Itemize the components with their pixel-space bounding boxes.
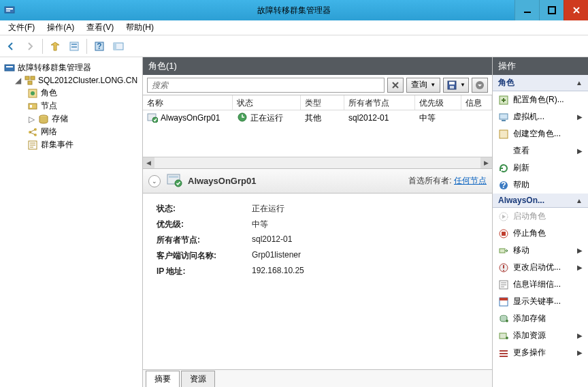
help-icon: ? <box>498 180 509 191</box>
col-priority[interactable]: 优先级 <box>415 95 461 110</box>
scroll-left-icon[interactable]: ◀ <box>143 157 154 169</box>
col-status[interactable]: 状态 <box>233 95 301 110</box>
center-panel: 角色(1) 查询▼ ▼ 名称 状态 类型 所有者节点 优先级 信息 Always… <box>143 57 493 387</box>
query-button[interactable]: 查询▼ <box>406 78 440 93</box>
tree-storage-label: 存储 <box>52 113 68 125</box>
menu-file[interactable]: 文件(F) <box>4 20 39 35</box>
collapse-icon[interactable]: ▲ <box>576 197 583 204</box>
role-icon <box>166 172 182 190</box>
svg-rect-1 <box>6 8 13 10</box>
critical-icon <box>498 296 509 307</box>
expand-icon[interactable]: ▷ <box>27 114 35 124</box>
row-status: 正在运行 <box>250 112 283 124</box>
storage-icon <box>38 114 49 125</box>
svg-text:?: ? <box>501 181 506 190</box>
more-icon <box>498 347 509 358</box>
tree-network-label: 网络 <box>41 126 57 138</box>
row-owner: sql2012-01 <box>348 113 389 123</box>
svg-rect-2 <box>6 10 10 12</box>
chevron-right-icon: ▶ <box>577 113 583 121</box>
svg-rect-27 <box>449 82 455 84</box>
svg-rect-37 <box>500 114 508 119</box>
tree-nodes[interactable]: 节点 <box>3 99 140 112</box>
action-configure-role[interactable]: 配置角色(R)... <box>493 91 588 108</box>
save-button[interactable]: ▼ <box>443 78 469 93</box>
tree-network[interactable]: 网络 <box>3 125 140 138</box>
svg-rect-15 <box>31 76 35 80</box>
row-type: 其他 <box>305 112 321 124</box>
action-show-critical[interactable]: 显示关键事... <box>493 293 588 310</box>
start-icon <box>498 211 509 222</box>
action-detail-info[interactable]: 信息详细信... <box>493 276 588 293</box>
tree-cluster[interactable]: ◢ SQL2012Cluster.LONG.CN <box>3 74 140 87</box>
tree-events[interactable]: 群集事件 <box>3 138 140 151</box>
search-input[interactable] <box>147 78 385 93</box>
svg-rect-50 <box>500 298 508 300</box>
col-info[interactable]: 信息 <box>461 95 492 110</box>
table-header: 名称 状态 类型 所有者节点 优先级 信息 <box>143 95 492 110</box>
help-toolbar-button[interactable]: ? <box>91 38 108 55</box>
scroll-right-icon[interactable]: ▶ <box>480 157 492 169</box>
action-vm[interactable]: 虚拟机...▶ <box>493 108 588 125</box>
action-move[interactable]: 移动▶ <box>493 242 588 259</box>
action-start-role[interactable]: 启动角色 <box>493 208 588 225</box>
action-help[interactable]: ?帮助 <box>493 176 588 194</box>
list-options-button[interactable] <box>472 78 488 93</box>
action-create-empty-role[interactable]: 创建空角色... <box>493 125 588 142</box>
action-refresh[interactable]: 刷新 <box>493 159 588 176</box>
menu-view[interactable]: 查看(V) <box>82 20 118 35</box>
collapse-detail-button[interactable]: ⌄ <box>148 175 161 187</box>
tab-resource[interactable]: 资源 <box>181 371 215 387</box>
col-type[interactable]: 类型 <box>301 95 344 110</box>
titlebar: 故障转移群集管理器 <box>0 0 588 20</box>
properties-button[interactable] <box>66 38 82 55</box>
close-button[interactable] <box>564 0 588 20</box>
collapse-icon[interactable]: ◢ <box>14 76 22 85</box>
collapse-icon[interactable]: ▲ <box>576 79 583 87</box>
tree-storage[interactable]: ▷ 存储 <box>3 112 140 125</box>
vm-icon <box>498 112 509 123</box>
priority-icon <box>498 262 509 273</box>
back-button[interactable] <box>3 38 19 55</box>
row-name: AlwaysOnGrp01 <box>161 113 220 123</box>
tree-root[interactable]: 故障转移群集管理器 <box>3 61 140 74</box>
action-more[interactable]: 更多操作▶ <box>493 344 588 361</box>
horizontal-scrollbar[interactable]: ◀ ▶ <box>143 157 492 168</box>
actions-group-roles[interactable]: 角色▲ <box>493 75 588 91</box>
window-title: 故障转移群集管理器 <box>257 5 331 16</box>
menu-help[interactable]: 帮助(H) <box>122 20 158 35</box>
navigation-tree[interactable]: 故障转移群集管理器 ◢ SQL2012Cluster.LONG.CN 角色 节点… <box>0 57 143 387</box>
svg-rect-38 <box>502 120 506 121</box>
search-row: 查询▼ ▼ <box>143 75 492 95</box>
toolbar: ? <box>0 35 588 57</box>
action-change-startup[interactable]: 更改启动优...▶ <box>493 259 588 276</box>
preferred-owner-link[interactable]: 任何节点 <box>454 176 487 185</box>
tree-cluster-label: SQL2012Cluster.LONG.CN <box>38 76 137 85</box>
svg-rect-0 <box>5 7 14 13</box>
move-icon <box>498 245 509 256</box>
minimize-button[interactable] <box>514 0 539 20</box>
cluster-icon <box>24 75 35 86</box>
maximize-button[interactable] <box>539 0 564 20</box>
table-row[interactable]: AlwaysOnGrp01 正在运行 其他 sql2012-01 中等 <box>143 110 492 125</box>
action-stop-role[interactable]: 停止角色 <box>493 225 588 242</box>
action-view[interactable]: 查看▶ <box>493 142 588 159</box>
col-name[interactable]: 名称 <box>143 95 233 110</box>
svg-rect-28 <box>450 86 454 89</box>
menu-action[interactable]: 操作(A) <box>43 20 78 35</box>
tree-roles[interactable]: 角色 <box>3 87 140 99</box>
tab-summary[interactable]: 摘要 <box>146 371 180 387</box>
chevron-right-icon: ▶ <box>577 147 583 155</box>
forward-button[interactable] <box>22 38 38 55</box>
svg-rect-34 <box>169 176 178 178</box>
col-owner[interactable]: 所有者节点 <box>344 95 415 110</box>
action-add-storage[interactable]: 添加存储 <box>493 310 588 327</box>
roles-icon <box>27 88 38 99</box>
actions-group-item[interactable]: AlwaysOn...▲ <box>493 194 588 208</box>
configure-icon <box>498 95 509 106</box>
up-button[interactable] <box>47 38 63 55</box>
action-add-resource[interactable]: 添加资源▶ <box>493 327 588 344</box>
panel-toggle-button[interactable] <box>110 38 127 55</box>
clear-search-button[interactable] <box>387 78 404 93</box>
detail-header: ⌄ AlwaysOnGrp01 首选所有者: 任何节点 <box>143 169 492 194</box>
